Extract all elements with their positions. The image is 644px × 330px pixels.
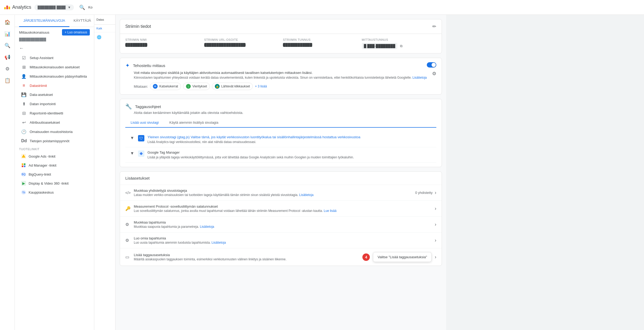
additional-item-measurement-protocol[interactable]: 🔑 Measurement Protocol -sovellusliittymä… bbox=[120, 201, 442, 217]
nav-advertising-icon[interactable]: 📢 bbox=[2, 52, 13, 63]
measurement-protocol-link[interactable]: Lue lisää bbox=[324, 209, 336, 213]
nav-configure-icon[interactable]: ⚙ bbox=[2, 64, 13, 74]
expand-icon-gtm[interactable]: ▼ bbox=[130, 150, 135, 156]
sidebar-item-data-import[interactable]: ⬆ Datan importointi bbox=[17, 99, 92, 109]
search-button[interactable]: 🔍 bbox=[79, 5, 85, 10]
sidebar-item-attribution[interactable]: ↩ Attribuutioasetukset bbox=[17, 118, 92, 127]
enhanced-header: ✦ Tehostettu mittaus bbox=[125, 62, 427, 69]
product-link-label: Display & Video 360 -linkit bbox=[29, 181, 69, 185]
sidebar-item-measurement-admin[interactable]: 👤 Mittauskokonaisuuden pääsynhallinta bbox=[17, 72, 92, 81]
google-ads-icon bbox=[21, 154, 26, 159]
product-link-bigquery[interactable]: BQ BigQuery-linkit bbox=[17, 170, 92, 179]
measurement-protocol-content: Measurement Protocol -sovellusliittymän … bbox=[134, 204, 435, 213]
product-link-ad-manager[interactable]: Ad Manager -linkit bbox=[17, 161, 92, 170]
callout-bubble: Valitse "Lisää taggausasetuksia" bbox=[373, 252, 432, 262]
nav-home-icon[interactable]: 🏠 bbox=[2, 17, 13, 28]
product-link-merchant[interactable]: 🛍 Kauppiaskeskus bbox=[17, 188, 92, 197]
enhanced-title: Tehostettu mittaus bbox=[133, 63, 165, 68]
app-name: Analytics bbox=[12, 5, 31, 10]
stream-name-value: █████████ bbox=[125, 43, 147, 47]
additional-item-create-events[interactable]: ⚙ Luo omia tapahtumia Luo uusia tapahtum… bbox=[120, 233, 442, 248]
measured-row: Mitataan: 👁 Katselukerrat ↕ Vieritykset bbox=[134, 83, 267, 90]
main-content: Striimin tiedot ✏ STRIIMIN NIMI ████████… bbox=[116, 15, 446, 330]
tagging-option-global-tag-header: ▼ 🛡 Yleinen sivustotagi (gtag.js) Valits… bbox=[130, 135, 432, 144]
sidebar-item-setup-assistant[interactable]: ☑ Setup Assistant bbox=[17, 53, 92, 63]
copy-icon[interactable]: ⧉ bbox=[400, 44, 402, 48]
enhanced-desc1: Voit mitata sivustojesi sisältöä ja käyt… bbox=[125, 71, 427, 75]
nav-reports-icon[interactable]: 📊 bbox=[2, 29, 13, 39]
chip-views: 👁 Katselukerrat bbox=[150, 83, 181, 90]
additional-item-modify-events[interactable]: ⚙ Muokkaa tapahtumia Muokkaa saapuvia ta… bbox=[120, 217, 442, 233]
tab-new-tag[interactable]: Lisää uusi sivutagi bbox=[125, 118, 164, 128]
additional-item-combined-tags[interactable]: </> Muokkaa yhdistettyjä sivustotageja L… bbox=[120, 185, 442, 201]
sidebar-item-label: Tietojen poistamispyynnöt bbox=[30, 139, 69, 143]
additional-item-tagging-settings[interactable]: ▭ Lisää taggausasetuksia Määritä asiakas… bbox=[120, 248, 442, 266]
edit-icon[interactable]: ✏ bbox=[432, 24, 436, 29]
attribution-icon: ↩ bbox=[21, 120, 26, 125]
additional-settings-section: Lisäasetukset </> Muokkaa yhdistettyjä s… bbox=[120, 171, 442, 266]
sidebar-item-measurement-settings[interactable]: ⊞ Mittauskokonaisuuden asetukset bbox=[17, 63, 92, 72]
back-button[interactable]: ← bbox=[15, 43, 94, 53]
sidebar: JÄRJESTELMÄNVALVOJA KÄYTTÄJÄ Mittauskoko… bbox=[15, 15, 94, 330]
data-settings-icon: 💾 bbox=[21, 92, 26, 97]
tagging-card: 🔧 Taggausohjeet Aloita datan kerääminen … bbox=[120, 99, 442, 167]
account-selector[interactable]: ████████ ████ ▼ bbox=[34, 5, 74, 10]
nav-reports2-icon[interactable]: 📋 bbox=[2, 75, 13, 86]
gtm-title: Google Tag Manager bbox=[148, 150, 432, 154]
scrolls-icon: ↕ bbox=[186, 84, 191, 89]
sidebar-item-label: Omaisuuden muutoshistoria bbox=[30, 130, 73, 134]
modify-events-title: Muokkaa tapahtumia bbox=[134, 220, 435, 224]
modify-events-link[interactable]: Lisätietoja bbox=[200, 225, 214, 229]
nav-explore-icon[interactable]: 🔍 bbox=[2, 40, 13, 51]
combined-tags-desc: Lataa muiden verkko-omaisuuksien tai tuo… bbox=[134, 193, 415, 197]
sidebar-item-label: Datastriimit bbox=[30, 84, 47, 88]
create-events-title: Luo omia tapahtumia bbox=[134, 236, 435, 240]
tab-admin[interactable]: JÄRJESTELMÄNVALVOJA bbox=[19, 15, 69, 27]
svg-marker-5 bbox=[140, 152, 143, 155]
combined-tags-icon: </> bbox=[125, 191, 134, 195]
stream-url-value: █████████████████ bbox=[204, 43, 246, 47]
chip-clicks: 🔒 Lähtevät klikkaukset bbox=[212, 83, 253, 90]
create-events-link[interactable]: Lisätietoja bbox=[212, 241, 226, 244]
modify-events-right: › bbox=[435, 222, 436, 227]
combined-tags-link[interactable]: Lisätietoja bbox=[299, 193, 313, 197]
enhanced-toggle[interactable]: ✓ bbox=[427, 62, 436, 68]
svg-rect-4 bbox=[24, 166, 25, 167]
create-events-right: › bbox=[435, 238, 436, 243]
tagging-option-gtm-header: ▼ Google Tag Manager Lisää ja ylläpidä t… bbox=[130, 150, 432, 159]
enhanced-icon: ✦ bbox=[125, 62, 130, 69]
chevron-right-icon: › bbox=[435, 190, 436, 195]
tab-existing-tag[interactable]: Käytä aiemmin lisättyä sivutagia bbox=[164, 118, 224, 127]
tagging-settings-content: Lisää taggausasetuksia Määritä asiakaspu… bbox=[134, 253, 362, 261]
svg-marker-0 bbox=[22, 154, 25, 158]
create-events-icon: ⚙ bbox=[125, 238, 134, 243]
plus-more[interactable]: + 3 lisää bbox=[255, 84, 267, 88]
tagging-desc: Aloita datan kerääminen käyttämällä jota… bbox=[125, 111, 436, 115]
gtm-icon bbox=[138, 150, 144, 157]
chevron-right-icon: › bbox=[435, 222, 436, 227]
app-header: Analytics ████████ ████ ▼ 🔍 Ko bbox=[0, 0, 644, 15]
product-link-label: BigQuery-linkit bbox=[29, 172, 51, 176]
sidebar-item-label: Setup Assistant bbox=[30, 56, 54, 60]
sidebar-item-change-history[interactable]: 🕐 Omaisuuden muutoshistoria bbox=[17, 127, 92, 136]
create-events-content: Luo omia tapahtumia Luo uusia tapahtumia… bbox=[134, 236, 435, 244]
stream-id-field: STRIIMIN TUNNUS ████████████ bbox=[283, 38, 358, 49]
tagging-settings-icon: ▭ bbox=[125, 255, 134, 260]
product-link-display-video[interactable]: ▶ Display & Video 360 -linkit bbox=[17, 179, 92, 188]
sidebar-item-data-settings[interactable]: 💾 Data-asetukset bbox=[17, 90, 92, 99]
measurement-protocol-icon: 🔑 bbox=[125, 206, 134, 211]
sidebar-item-label: Attribuutioasetukset bbox=[30, 121, 60, 124]
sidebar-item-reporting-identity[interactable]: ⊟ Raportointi-identiteetti bbox=[17, 109, 92, 118]
product-link-google-ads[interactable]: Google Ads -linkit bbox=[17, 152, 92, 161]
tagging-option-gtm: ▼ Google Tag Manager Lisää ja ylläpidä t… bbox=[125, 147, 436, 163]
lisatietoja-link[interactable]: Lisätietoja bbox=[412, 76, 427, 79]
sidebar-item-delete-requests[interactable]: Dd Tietojen poistamispyynnöt bbox=[17, 136, 92, 145]
additional-settings-title: Lisäasetukset bbox=[120, 172, 442, 185]
create-asset-button[interactable]: + Luo omaisuus bbox=[62, 29, 90, 35]
sidebar-item-datastreams[interactable]: ≡ Datastriimit bbox=[17, 81, 92, 90]
gtm-content: Google Tag Manager Lisää ja ylläpidä tag… bbox=[148, 150, 432, 159]
sidebar-item-label: Mittauskokonaisuuden asetukset bbox=[30, 65, 80, 69]
tab-user[interactable]: KÄYTTÄJÄ bbox=[69, 15, 94, 27]
settings-button[interactable]: ⚙ bbox=[432, 71, 436, 77]
expand-icon[interactable]: ▼ bbox=[130, 135, 135, 141]
